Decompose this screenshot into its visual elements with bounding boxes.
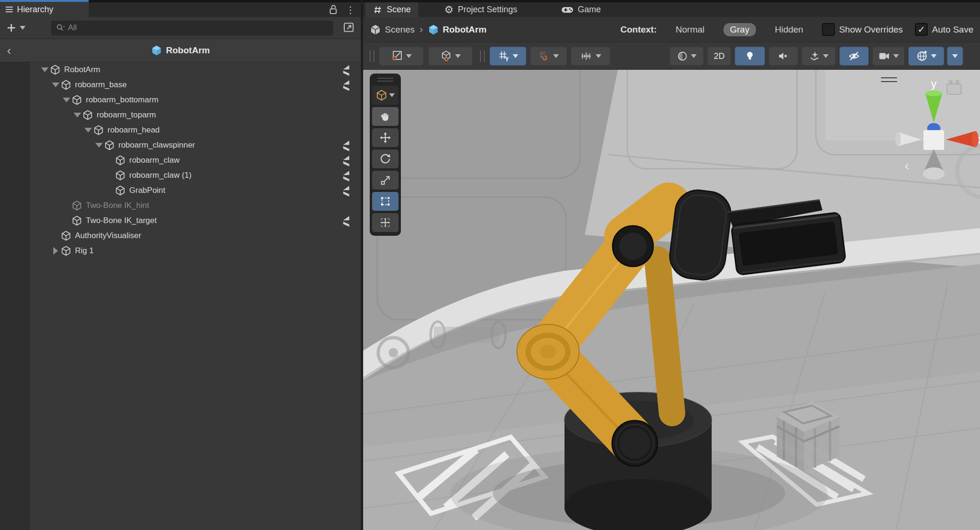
tree-row[interactable]: AuthorityVisualiser <box>0 228 361 243</box>
rect-tool-button[interactable] <box>372 192 399 211</box>
tree-row[interactable]: GrabPoint <box>0 183 361 198</box>
snap-magnet-icon <box>538 50 550 62</box>
prefab-cube-icon <box>151 45 162 56</box>
gameobject-label: Rig 1 <box>75 246 94 256</box>
eye-slash-icon <box>848 50 860 62</box>
gizmos-dropdown[interactable] <box>947 47 963 66</box>
tool-context-caret <box>389 93 395 97</box>
expand-arrow[interactable] <box>83 125 93 135</box>
tree-row[interactable]: roboarm_bottomarm <box>0 92 361 108</box>
speaker-icon[interactable] <box>341 80 350 91</box>
orientation-gizmo[interactable]: y x <box>886 70 980 183</box>
create-object-button[interactable] <box>6 22 25 33</box>
tab-project-settings[interactable]: ⚙ Project Settings <box>437 2 525 17</box>
rotate-tool-button[interactable] <box>372 149 399 168</box>
transform-tool-button[interactable] <box>372 213 399 232</box>
speaker-icon[interactable] <box>341 170 350 182</box>
tab-scene[interactable]: Scene <box>365 2 418 17</box>
prefab-back-button[interactable]: ‹ <box>1 39 17 62</box>
draw-mode-button[interactable] <box>670 47 704 66</box>
tree-row[interactable]: roboarm_clawspinner <box>0 138 361 153</box>
auto-save-group[interactable]: ✓ Auto Save <box>915 23 973 36</box>
gameobject-label: AuthorityVisualiser <box>75 231 141 240</box>
effects-star-icon <box>809 50 820 62</box>
expand-arrow[interactable] <box>94 140 104 150</box>
expand-arrow[interactable] <box>72 110 83 120</box>
auto-save-checkbox[interactable]: ✓ <box>915 23 928 36</box>
tree-row[interactable]: RobotArm <box>0 62 361 77</box>
expand-arrow[interactable] <box>50 246 61 256</box>
scene-grid-icon <box>373 5 382 15</box>
expand-arrow[interactable] <box>50 80 61 90</box>
scene-camera-button[interactable] <box>872 47 905 66</box>
tree-row[interactable]: Two-Bone IK_hint <box>0 198 361 213</box>
tree-row[interactable]: Two-Bone IK_target <box>0 213 361 228</box>
tool-handle-rotation-button[interactable] <box>428 47 473 66</box>
scene-lighting-button[interactable] <box>735 47 765 66</box>
gameobject-cube-icon <box>93 125 104 135</box>
tree-row[interactable]: roboarm_head <box>0 123 361 138</box>
hierarchy-searchbox[interactable] <box>51 21 333 35</box>
gameobject-label: roboarm_claw <box>129 156 180 165</box>
context-option-normal[interactable]: Normal <box>669 23 711 36</box>
overlay-drag-handle[interactable] <box>377 78 393 82</box>
speaker-icon[interactable] <box>341 65 350 76</box>
speaker-icon[interactable] <box>341 140 350 151</box>
ruler-icon <box>580 50 593 62</box>
move-tool-button[interactable] <box>372 128 399 147</box>
tree-row[interactable]: roboarm_toparm <box>0 108 361 123</box>
unlock-icon[interactable] <box>328 4 338 16</box>
ruler-tool-button[interactable] <box>571 47 610 66</box>
gizmo-x-label: x <box>978 133 980 146</box>
tab-scene-label: Scene <box>387 5 411 15</box>
popout-window-button[interactable] <box>342 20 356 36</box>
panel-menu-icon[interactable]: ⋮ <box>346 4 355 16</box>
snap-increment-button[interactable] <box>530 47 567 66</box>
expand-arrow[interactable] <box>61 95 72 105</box>
unity-editor-window: Hierarchy ⋮ <box>0 0 980 530</box>
search-input[interactable] <box>68 23 329 33</box>
expand-arrow <box>61 215 72 226</box>
view-hand-tool-button[interactable] <box>372 107 399 126</box>
expand-arrow <box>105 170 115 181</box>
effects-button[interactable] <box>802 47 836 66</box>
show-overrides-group[interactable]: ✓ Show Overrides <box>822 23 903 36</box>
scene-viewport[interactable]: y x ‹ <box>363 70 980 530</box>
speaker-icon[interactable] <box>341 155 350 166</box>
tree-row[interactable]: Rig 1 <box>0 243 361 258</box>
gameobject-cube-icon <box>104 140 115 150</box>
tree-row[interactable]: roboarm_claw (1) <box>0 168 361 183</box>
context-option-hidden[interactable]: Hidden <box>768 23 810 36</box>
speaker-icon[interactable] <box>341 215 350 227</box>
crate <box>777 402 839 472</box>
speaker-icon[interactable] <box>341 185 350 197</box>
grid-snapping-button[interactable]: Y <box>490 47 526 66</box>
scene-audio-button[interactable] <box>769 47 798 66</box>
show-overrides-checkbox[interactable]: ✓ <box>822 23 835 36</box>
breadcrumb-scenes[interactable]: Scenes <box>385 25 415 35</box>
pivot-position-icon <box>391 50 403 62</box>
scene-visibility-button[interactable] <box>839 47 869 66</box>
tree-row[interactable]: roboarm_base <box>0 77 361 92</box>
toolbar-drag-handle[interactable] <box>370 50 374 62</box>
hierarchy-tree: RobotArm roboarm_base roboarm_bottomarm … <box>0 62 361 530</box>
context-option-gray[interactable]: Gray <box>723 23 756 36</box>
gameobject-cube-icon <box>72 200 82 211</box>
persp-collapsed-label[interactable]: ‹ <box>905 157 909 174</box>
tool-context-button[interactable] <box>372 86 399 105</box>
2d-toggle-button[interactable]: 2D <box>707 47 731 66</box>
expand-arrow[interactable] <box>40 65 50 75</box>
scale-tool-button[interactable] <box>372 171 399 190</box>
gameobject-label: RobotArm <box>64 65 100 75</box>
light-bulb-icon <box>745 50 755 62</box>
tool-handle-position-button[interactable] <box>379 47 424 66</box>
tab-hierarchy[interactable]: Hierarchy <box>0 0 89 17</box>
gizmos-button[interactable] <box>908 47 944 66</box>
tab-game[interactable]: Game <box>554 2 608 17</box>
tree-row[interactable]: roboarm_claw <box>0 153 361 168</box>
toolbar-drag-handle[interactable] <box>480 50 485 62</box>
gameobject-cube-icon <box>61 231 71 241</box>
gamepad-icon <box>561 6 573 14</box>
gameobject-cube-icon <box>115 185 125 196</box>
prefab-title: RobotArm <box>166 45 210 56</box>
